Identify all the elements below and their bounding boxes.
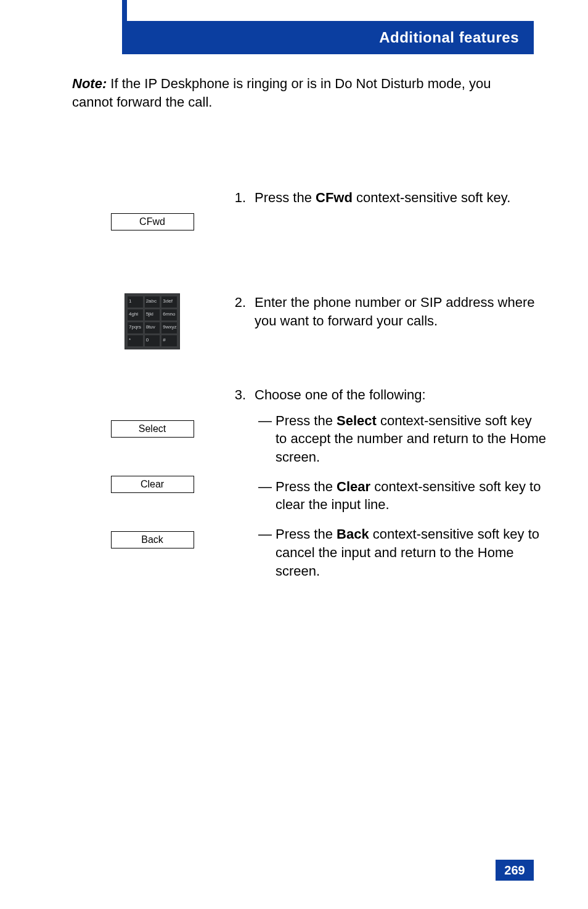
header-left-accent: [122, 0, 127, 54]
step-1-text: Press the CFwd context-sensitive soft ke…: [255, 189, 547, 230]
intro-note: Note: If the IP Deskphone is ringing or …: [72, 75, 534, 111]
select-softkey-button[interactable]: Select: [111, 420, 194, 438]
clear-softkey-label: Clear: [141, 479, 164, 489]
page: Additional features Note: If the IP Desk…: [0, 0, 588, 909]
dialpad-key[interactable]: 7pqrs: [128, 322, 143, 333]
step-2-number: 2.: [232, 293, 255, 349]
step-3-graphic: Select Clear Back: [72, 386, 232, 591]
option-clear: — Press the Clear context-sensitive soft…: [255, 478, 547, 514]
dialpad-key[interactable]: 5jkl: [145, 309, 160, 320]
opt2-pre: Press the: [276, 479, 337, 494]
dash-icon: —: [255, 478, 276, 514]
dialpad-key[interactable]: 0: [145, 335, 160, 346]
step-1-body: 1. Press the CFwd context-sensitive soft…: [232, 189, 547, 230]
opt2-key: Clear: [337, 479, 370, 494]
dialpad-key[interactable]: 8tuv: [145, 322, 160, 333]
dialpad-icon: 1 2abc 3def 4ghi 5jkl 6mno 7pqrs 8tuv 9w…: [125, 293, 180, 349]
page-header: Additional features: [127, 21, 534, 54]
step-2: 1 2abc 3def 4ghi 5jkl 6mno 7pqrs 8tuv 9w…: [72, 293, 547, 349]
dialpad-key[interactable]: 4ghi: [128, 309, 143, 320]
step-1-key: CFwd: [316, 190, 353, 205]
step-3-text: Choose one of the following: — Press the…: [255, 386, 547, 591]
opt3-key: Back: [337, 526, 369, 542]
option-select-text: Press the Select context-sensitive soft …: [276, 412, 547, 467]
step-3: Select Clear Back 3. Choose one of the f…: [72, 386, 547, 591]
dash-icon: —: [255, 412, 276, 467]
step-1-number: 1.: [232, 189, 255, 230]
dialpad-key[interactable]: 6mno: [161, 309, 177, 320]
step-1-graphic: CFwd: [72, 189, 232, 230]
dialpad-key[interactable]: 3def: [161, 296, 177, 308]
page-number: 269: [496, 860, 534, 881]
header-title: Additional features: [379, 29, 519, 46]
step-1-pre: Press the: [255, 190, 316, 205]
clear-softkey-button[interactable]: Clear: [111, 476, 194, 493]
option-back-text: Press the Back context-sensitive soft ke…: [276, 525, 547, 580]
step-2-graphic: 1 2abc 3def 4ghi 5jkl 6mno 7pqrs 8tuv 9w…: [72, 293, 232, 349]
dialpad-key[interactable]: 1: [128, 296, 143, 308]
step-2-text: Enter the phone number or SIP address wh…: [255, 293, 547, 349]
dialpad-key[interactable]: #: [161, 335, 177, 346]
option-select: — Press the Select context-sensitive sof…: [255, 412, 547, 467]
step-3-options: — Press the Select context-sensitive sof…: [255, 412, 547, 581]
option-clear-text: Press the Clear context-sensitive soft k…: [276, 478, 547, 514]
opt1-key: Select: [337, 413, 377, 428]
cfwd-softkey-label: CFwd: [139, 216, 165, 227]
intro-text: If the IP Deskphone is ringing or is in …: [72, 76, 491, 110]
step-1-post: context-sensitive soft key.: [353, 190, 510, 205]
opt3-pre: Press the: [276, 526, 337, 542]
note-label: Note:: [72, 76, 107, 91]
dialpad-key[interactable]: 2abc: [145, 296, 160, 308]
dialpad-key[interactable]: 9wxyz: [161, 322, 177, 333]
option-back: — Press the Back context-sensitive soft …: [255, 525, 547, 580]
dash-icon: —: [255, 525, 276, 580]
step-3-number: 3.: [232, 386, 255, 591]
opt1-pre: Press the: [276, 413, 337, 428]
cfwd-softkey-button[interactable]: CFwd: [111, 213, 194, 230]
step-1: CFwd 1. Press the CFwd context-sensitive…: [72, 189, 547, 230]
back-softkey-label: Back: [141, 534, 163, 545]
select-softkey-label: Select: [139, 423, 166, 434]
step-3-body: 3. Choose one of the following: — Press …: [232, 386, 547, 591]
step-3-lead: Choose one of the following:: [255, 386, 547, 404]
dialpad-key[interactable]: *: [128, 335, 143, 346]
step-2-body: 2. Enter the phone number or SIP address…: [232, 293, 547, 349]
back-softkey-button[interactable]: Back: [111, 531, 194, 548]
